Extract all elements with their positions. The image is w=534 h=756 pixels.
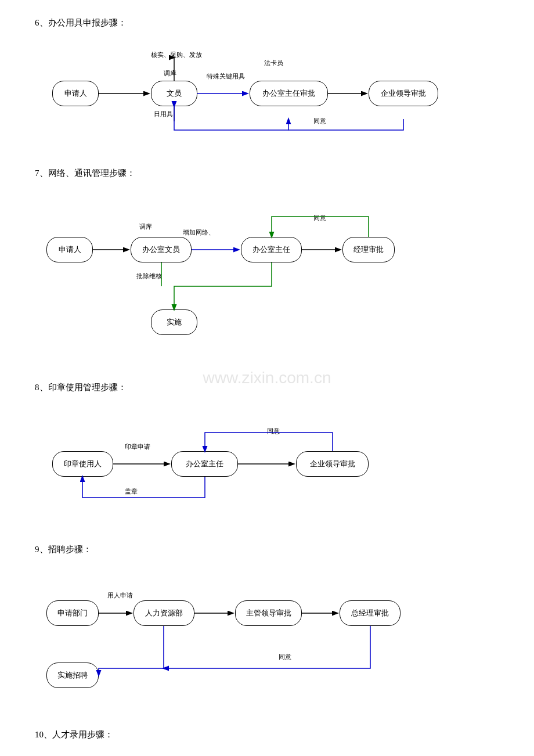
- node-8-director: 办公室主任: [171, 451, 238, 477]
- node-7-clerk: 办公室文员: [131, 237, 192, 262]
- node-7-applicant: 申请人: [46, 237, 93, 262]
- label-8-agree: 同意: [267, 427, 280, 435]
- node-9-recruit: 实施招聘: [46, 663, 99, 688]
- label-7-storage: 调库: [139, 222, 152, 231]
- node-8-user: 印章使用人: [52, 451, 113, 477]
- svg-arrows-9: [35, 567, 470, 706]
- diagram-7: 申请人 办公室文员 办公室主任 经理审批 实施 调库 增加网络、 同意 批除维核: [35, 190, 499, 359]
- section-8: 8、印章使用管理步骤： 印章使用人 办公室主任 企业领导审批 印章申请 同意 盖…: [35, 382, 499, 521]
- diagram-6: 申请人 文员 办公室主任审批 企业领导审批 核实、采购、发放 调库 日用具 特殊…: [35, 40, 499, 145]
- section-9-title: 9、招聘步骤：: [35, 544, 499, 555]
- section-8-title: 8、印章使用管理步骤：: [35, 382, 499, 393]
- section-9: 9、招聘步骤： 申请部门 人力资源部 主管领导审批 总经理审批 实施招聘 用人申…: [35, 544, 499, 706]
- label-7-resign: 批除维核: [136, 272, 162, 280]
- label-6-director-review: 法卡员: [264, 59, 283, 67]
- svg-arrows-7: [35, 190, 470, 359]
- label-6-agree: 同意: [313, 117, 326, 125]
- node-6-clerk: 文员: [151, 81, 197, 106]
- node-7-director: 办公室主任: [241, 237, 302, 262]
- label-6-storage: 调库: [164, 69, 176, 78]
- diagram-8: 印章使用人 办公室主任 企业领导审批 印章申请 同意 盖章: [35, 405, 499, 521]
- label-7-add: 增加网络、: [183, 228, 215, 237]
- label-6-verify: 核实、采购、发放: [151, 51, 202, 59]
- diagram-9: 申请部门 人力资源部 主管领导审批 总经理审批 实施招聘 用人申请 同意: [35, 567, 499, 706]
- label-8-apply: 印章申请: [125, 442, 150, 451]
- label-8-stamp: 盖章: [125, 487, 138, 496]
- label-9-apply: 用人申请: [107, 591, 133, 600]
- node-9-dept: 申请部门: [46, 600, 99, 626]
- node-9-leader: 主管领导审批: [235, 600, 302, 626]
- node-9-ceo: 总经理审批: [340, 600, 400, 626]
- node-7-implement: 实施: [151, 309, 197, 335]
- node-6-enterprise-leader: 企业领导审批: [369, 81, 438, 106]
- section-10: 10、人才录用步骤：: [35, 729, 499, 740]
- section-6: 6、办公用具申报步骤： 申请人 文员 办公室主任审批 企业领导审批 核实、采购、…: [35, 17, 499, 145]
- node-9-hr: 人力资源部: [134, 600, 194, 626]
- node-6-office-director: 办公室主任审批: [250, 81, 328, 106]
- label-7-agree: 同意: [313, 214, 326, 222]
- section-7-title: 7、网络、通讯管理步骤：: [35, 168, 499, 179]
- section-7: 7、网络、通讯管理步骤： 申请人 办公室文员 办公室主任 经理审批 实施 调库 …: [35, 168, 499, 359]
- label-6-daily: 日用具: [154, 110, 173, 118]
- node-8-leader: 企业领导审批: [296, 451, 369, 477]
- node-6-applicant: 申请人: [52, 81, 99, 106]
- label-6-special: 特殊关键用具: [207, 72, 245, 81]
- node-7-manager: 经理审批: [342, 237, 395, 262]
- label-9-agree: 同意: [279, 653, 291, 661]
- section-10-title: 10、人才录用步骤：: [35, 729, 499, 740]
- section-6-title: 6、办公用具申报步骤：: [35, 17, 499, 28]
